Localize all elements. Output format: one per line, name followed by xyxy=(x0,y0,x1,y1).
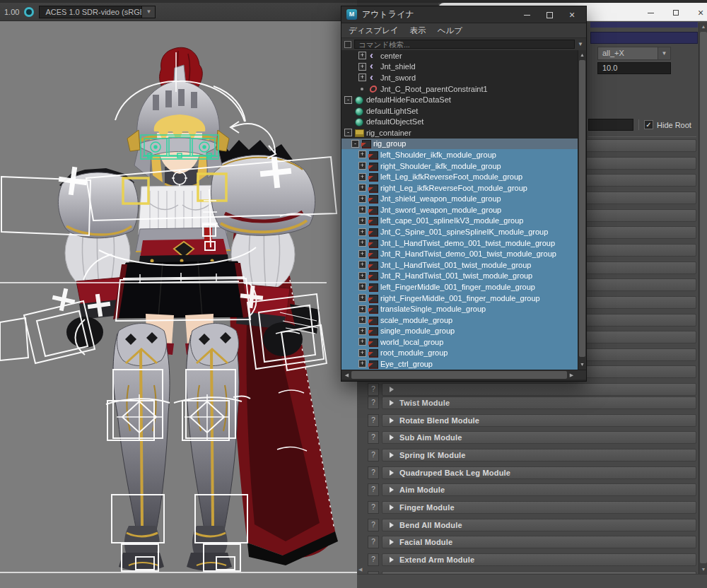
module-help-button[interactable]: ? xyxy=(368,553,379,566)
module-help-button[interactable]: ? xyxy=(368,501,379,514)
maximize-button[interactable] xyxy=(666,6,686,19)
expand-toggle[interactable]: - xyxy=(344,96,352,104)
expand-toggle[interactable]: + xyxy=(358,360,366,368)
view-transform-dropdown[interactable]: ACES 1.0 SDR-video (sRGB) ▼ xyxy=(39,6,156,18)
module-header[interactable]: Bend All Module xyxy=(382,519,696,531)
expand-toggle[interactable]: + xyxy=(358,305,366,313)
outliner-row[interactable]: +left_Shoulder_ikfk_module_group xyxy=(341,149,579,160)
menu-display[interactable]: ディスプレイ xyxy=(349,25,399,36)
module-header[interactable]: Facial Module xyxy=(382,536,696,548)
scrollbar-thumb[interactable] xyxy=(579,60,585,357)
expand-toggle[interactable]: - xyxy=(344,129,352,136)
expand-toggle[interactable]: + xyxy=(358,261,366,269)
scroll-up-icon[interactable] xyxy=(699,23,707,31)
expand-toggle[interactable]: + xyxy=(358,162,366,170)
outliner-row[interactable]: +Jnt_C_Spine_001_spineSplineIK_module_gr… xyxy=(341,226,579,237)
outliner-row[interactable]: +Jnt_sword_weapon_module_group xyxy=(341,204,579,216)
close-button[interactable]: × xyxy=(561,6,583,23)
outliner-row[interactable]: Jnt_C_Root_parentConstraint1 xyxy=(341,83,579,95)
outliner-row[interactable]: +Jnt_shield_weapon_module_group xyxy=(341,194,579,205)
menu-help[interactable]: ヘルプ xyxy=(438,25,462,36)
outliner-row[interactable]: +right_Shoulder_ikfk_module_group xyxy=(341,160,579,172)
module-header[interactable]: Rotate Blend Module xyxy=(382,414,696,427)
close-button[interactable]: × xyxy=(691,6,707,19)
module-header[interactable]: Aim Module xyxy=(382,483,696,496)
outliner-row[interactable]: +left_FingerMiddle_001_finger_module_gro… xyxy=(341,281,579,293)
outliner-row[interactable]: +Jnt_shield xyxy=(341,61,579,73)
module-header[interactable]: Twist Module xyxy=(382,396,696,409)
expand-toggle[interactable]: - xyxy=(351,140,359,148)
module-help-button[interactable]: ? xyxy=(368,449,379,461)
panel-scrollbar[interactable] xyxy=(699,23,707,574)
outliner-row[interactable]: +translateSingle_module_group xyxy=(341,303,579,314)
module-header[interactable]: Extend Arm Module xyxy=(382,553,696,566)
scrollbar-thumb[interactable] xyxy=(351,371,567,379)
expand-toggle[interactable]: + xyxy=(358,151,366,158)
module-help-button[interactable]: ? xyxy=(368,483,379,496)
scroll-down-icon[interactable] xyxy=(578,360,586,369)
expand-toggle[interactable]: + xyxy=(358,184,366,192)
maximize-button[interactable] xyxy=(538,6,561,23)
module-help-button[interactable]: ? xyxy=(368,466,379,479)
outliner-row[interactable]: +Jnt_L_HandTwist_demo_001_twist_module_g… xyxy=(341,237,579,249)
scroll-left-icon[interactable] xyxy=(342,370,351,380)
outliner-row[interactable]: defaultObjectSet xyxy=(341,116,579,127)
outliner-row[interactable]: +Jnt_sword xyxy=(341,72,579,83)
outliner-row[interactable]: +Eye_ctrl_group xyxy=(341,358,579,370)
minimize-button[interactable] xyxy=(641,6,660,19)
outliner-row[interactable]: defaultLightSet xyxy=(341,105,579,117)
module-help-button[interactable]: ? xyxy=(368,431,379,444)
module-help-button[interactable]: ? xyxy=(368,396,379,409)
scrollbar-thumb[interactable] xyxy=(700,32,707,563)
module-help-button[interactable]: ? xyxy=(368,383,379,396)
outliner-row[interactable]: +left_cape_001_splineIkV3_module_group xyxy=(341,216,579,227)
chevron-down-icon[interactable]: ▼ xyxy=(578,41,583,47)
expand-toggle[interactable]: + xyxy=(358,195,366,203)
scroll-down-icon[interactable] xyxy=(699,565,707,574)
module-header[interactable]: Finger Module xyxy=(382,501,696,514)
expand-toggle[interactable]: + xyxy=(358,283,366,290)
expand-toggle[interactable]: + xyxy=(358,316,366,324)
outliner-row[interactable]: +world_local_group xyxy=(341,336,579,348)
outliner-row[interactable]: +right_Leg_ikfkReverseFoot_module_group xyxy=(341,182,579,194)
expand-toggle[interactable]: + xyxy=(358,74,366,81)
menu-show[interactable]: 表示 xyxy=(410,25,426,36)
module-help-button[interactable]: ? xyxy=(368,414,379,427)
outliner-row[interactable]: +Jnt_R_HandTwist_001_twist_module_group xyxy=(341,271,579,282)
expand-toggle[interactable]: + xyxy=(358,250,366,258)
expand-toggle[interactable]: + xyxy=(358,294,366,302)
outliner-row[interactable]: +root_module_group xyxy=(341,348,579,359)
expand-toggle[interactable]: + xyxy=(358,272,366,280)
module-help-button[interactable]: ? xyxy=(368,536,379,548)
module-header[interactable]: Quadruped Back Leg Module xyxy=(382,466,696,479)
outliner-row[interactable]: +right_FingerMiddle_001_finger_module_gr… xyxy=(341,293,579,304)
expand-toggle[interactable]: + xyxy=(358,239,366,247)
command-search-input[interactable] xyxy=(354,40,575,49)
outliner-row[interactable]: +single_module_group xyxy=(341,325,579,336)
outliner-hscrollbar[interactable] xyxy=(341,370,586,380)
outliner-titlebar[interactable]: M アウトライナ × xyxy=(341,6,586,23)
outliner-row[interactable]: -rig_container xyxy=(341,127,579,139)
panel-hscroll-left-icon[interactable] xyxy=(358,567,362,572)
expand-toggle[interactable]: + xyxy=(358,338,366,346)
module-header[interactable]: Spring IK Module xyxy=(382,449,696,461)
expand-toggle[interactable]: + xyxy=(358,228,366,236)
outliner-row[interactable]: +Jnt_R_HandTwist_demo_001_twist_module_g… xyxy=(341,248,579,259)
expand-toggle[interactable]: + xyxy=(358,63,366,71)
scroll-up-icon[interactable] xyxy=(578,51,586,59)
expand-toggle[interactable]: + xyxy=(358,349,366,357)
outliner-row[interactable]: +scale_module_group xyxy=(341,314,579,326)
outliner-row[interactable]: -rig_group xyxy=(341,139,579,150)
outliner-row[interactable]: +Jnt_L_HandTwist_001_twist_module_group xyxy=(341,259,579,271)
outliner-row[interactable]: -defaultHideFaceDataSet xyxy=(341,94,579,105)
module-header[interactable]: Sub Aim Module xyxy=(382,431,696,444)
expand-toggle[interactable]: + xyxy=(358,52,366,59)
minimize-button[interactable] xyxy=(515,6,538,23)
module-header[interactable] xyxy=(382,383,696,396)
expand-toggle[interactable]: + xyxy=(358,173,366,181)
module-help-button[interactable]: ? xyxy=(368,519,379,531)
scroll-right-icon[interactable] xyxy=(567,370,576,380)
color-management-icon[interactable] xyxy=(24,7,34,17)
outliner-vscrollbar[interactable] xyxy=(578,50,586,370)
expand-toggle[interactable]: + xyxy=(358,206,366,213)
